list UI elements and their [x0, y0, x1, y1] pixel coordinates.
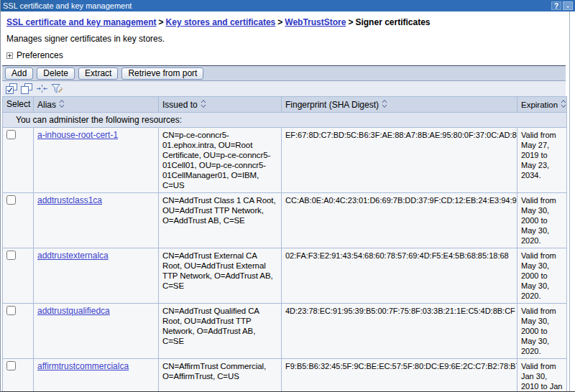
select-all-icon[interactable] [6, 83, 18, 94]
add-button[interactable]: Add [5, 67, 33, 80]
row-checkbox[interactable] [6, 306, 16, 315]
sort-icon[interactable] [561, 99, 566, 108]
table-row: affirmtrustcommercialca CN=AffirmTrust C… [3, 359, 567, 392]
fingerprint-cell: EF:67:8D:C7:BD:5C:B6:3F:AE:88:A7:8B:AE:9… [282, 128, 518, 193]
help-icon[interactable]: ? [551, 1, 561, 10]
alias-link[interactable]: a-inhouse-root-cert-1 [37, 130, 118, 140]
retrieve-from-port-button[interactable]: Retrieve from port [121, 67, 203, 80]
table-row: addtrustclass1ca CN=AddTrust Class 1 CA … [3, 193, 567, 248]
breadcrumb-separator: > [346, 17, 355, 27]
table-row: addtrustexternalca CN=AddTrust External … [3, 248, 567, 304]
expiration-cell: Valid from May 27, 2019 to May 23, 2034. [518, 128, 567, 193]
breadcrumb-current: Signer certificates [355, 17, 430, 27]
page-content: SSL certificate and key management>Key s… [1, 11, 575, 392]
alias-link[interactable]: affirmtrustcommercialca [37, 361, 129, 371]
table-row: addtrustqualifiedca CN=AddTrust Qualifie… [3, 304, 567, 359]
expiration-cell: Valid from Jan 30, 2010 to Jan 1, 2031. [518, 359, 567, 392]
table-icon-bar [2, 81, 566, 96]
row-checkbox[interactable] [6, 251, 16, 260]
issued-to-cell: CN=AffirmTrust Commercial, O=AffirmTrust… [159, 359, 282, 392]
expiration-cell: Valid from May 30, 2000 to May 30, 2020. [518, 304, 567, 359]
delete-button[interactable]: Delete [37, 67, 75, 80]
portlet-window: SSL certificate and key management ? - S… [0, 0, 575, 392]
alias-link[interactable]: addtrustexternalca [37, 251, 109, 261]
issued-to-cell: CN=AddTrust External CA Root, OU=AddTrus… [159, 248, 282, 304]
deselect-all-icon[interactable] [21, 83, 33, 94]
breadcrumb-link-webtruststore[interactable]: WebTrustStore [285, 17, 346, 27]
breadcrumb-link-ssl-management[interactable]: SSL certificate and key management [6, 17, 157, 27]
breadcrumb-separator: > [157, 17, 166, 27]
fingerprint-cell: 02:FA:F3:E2:91:43:54:68:60:78:57:69:4D:F… [282, 248, 518, 304]
fingerprint-cell: CC:AB:0E:A0:4C:23:01:D6:69:7B:DD:37:9F:C… [282, 193, 518, 248]
issued-to-cell: CN=AddTrust Qualified CA Root, OU=AddTru… [159, 304, 282, 359]
signer-certificates-table: Select Alias Issued to Fingerprint (SHA … [2, 96, 567, 392]
preferences-label[interactable]: Preferences [17, 50, 63, 60]
table-header-row: Select Alias Issued to Fingerprint (SHA … [3, 97, 567, 113]
sort-icon[interactable] [382, 99, 387, 108]
row-checkbox[interactable] [6, 130, 16, 139]
fingerprint-cell: 4D:23:78:EC:91:95:39:B5:00:7F:75:8F:03:3… [282, 304, 518, 359]
table-caption: You can administer the following resourc… [3, 113, 567, 128]
breadcrumb: SSL certificate and key management>Key s… [6, 17, 566, 27]
column-header-alias[interactable]: Alias [34, 97, 159, 113]
column-header-issued-to[interactable]: Issued to [159, 97, 282, 113]
column-header-fingerprint[interactable]: Fingerprint (SHA Digest) [282, 97, 518, 113]
table-caption-row: You can administer the following resourc… [3, 113, 567, 128]
expand-icon[interactable] [6, 52, 13, 59]
table-row: a-inhouse-root-cert-1 CN=p-ce-conncr5-01… [3, 128, 567, 193]
show-filter-icon[interactable] [36, 83, 48, 94]
window-title: SSL certificate and key management [3, 0, 550, 11]
preferences-section: Preferences [6, 50, 566, 60]
column-header-expiration[interactable]: Expiration [518, 97, 567, 113]
row-checkbox[interactable] [6, 195, 16, 205]
column-header-select: Select [3, 97, 34, 113]
action-button-bar: Add Delete Extract Retrieve from port [2, 65, 566, 81]
window-titlebar: SSL certificate and key management ? - [1, 0, 575, 11]
clear-filter-icon[interactable] [51, 83, 63, 94]
minimize-icon[interactable]: - [563, 1, 573, 10]
breadcrumb-link-key-stores[interactable]: Key stores and certificates [166, 17, 276, 27]
issued-to-cell: CN=p-ce-conncr5-01.ephox.intra, OU=Root … [159, 128, 282, 193]
breadcrumb-separator: > [275, 17, 285, 27]
sort-icon[interactable] [59, 99, 65, 108]
alias-link[interactable]: addtrustclass1ca [37, 195, 102, 205]
extract-button[interactable]: Extract [78, 67, 118, 80]
alias-link[interactable]: addtrustqualifiedca [37, 306, 110, 316]
expiration-cell: Valid from May 30, 2000 to May 30, 2020. [518, 193, 567, 248]
expiration-cell: Valid from May 30, 2000 to May 30, 2020. [518, 248, 567, 304]
sort-icon[interactable] [201, 99, 206, 108]
row-checkbox[interactable] [6, 361, 16, 370]
page-description: Manages signer certificates in key store… [6, 34, 566, 44]
fingerprint-cell: F9:B5:B6:32:45:5F:9C:BE:EC:57:5F:80:DC:E… [282, 359, 518, 392]
issued-to-cell: CN=AddTrust Class 1 CA Root, OU=AddTrust… [159, 193, 282, 248]
